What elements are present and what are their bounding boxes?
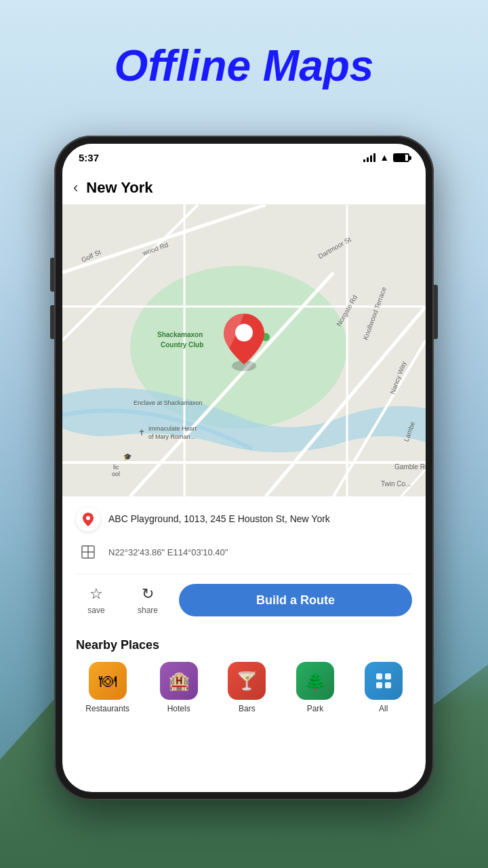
wifi-icon: ▲ — [380, 152, 389, 163]
app-title: Offline Maps — [0, 41, 488, 91]
phone-frame: 5:37 ▲ ‹ New York — [54, 136, 434, 800]
svg-rect-38 — [385, 673, 391, 679]
svg-text:Gamble Rd: Gamble Rd — [394, 463, 426, 471]
location-pin-icon — [76, 507, 100, 532]
share-button[interactable]: ↻ share — [127, 585, 168, 615]
save-button[interactable]: ☆ save — [76, 585, 117, 615]
page-title: New York — [86, 179, 152, 197]
svg-text:✝: ✝ — [138, 428, 145, 437]
share-label: share — [138, 606, 158, 615]
svg-rect-37 — [376, 673, 382, 679]
svg-text:🎓: 🎓 — [123, 452, 132, 461]
phone-screen: 5:37 ▲ ‹ New York — [62, 144, 426, 792]
restaurants-label: Restaurants — [85, 704, 129, 713]
signal-icon — [363, 153, 375, 162]
all-icon — [365, 662, 403, 700]
share-icon: ↻ — [142, 585, 154, 603]
coordinates-text: N22°32'43.86" E114°03'10.40" — [108, 547, 228, 557]
svg-text:Twin Co...: Twin Co... — [381, 480, 411, 488]
map-pin — [220, 311, 268, 368]
svg-text:of Mary Roman...: of Mary Roman... — [148, 433, 195, 440]
svg-text:Country Club: Country Club — [161, 341, 203, 349]
coordinates-icon — [76, 540, 100, 564]
park-icon: 🌲 — [296, 662, 334, 700]
side-btn-volume-up — [50, 258, 54, 292]
svg-text:ool: ool — [112, 471, 120, 477]
status-bar: 5:37 ▲ — [62, 144, 426, 171]
bars-icon: 🍸 — [228, 662, 266, 700]
status-time: 5:37 — [79, 152, 99, 163]
side-btn-volume-down — [50, 305, 54, 339]
nearby-title: Nearby Places — [76, 638, 412, 652]
all-label: All — [379, 704, 388, 713]
nearby-section: Nearby Places 🍽 Restaurants 🏨 Hotels — [62, 627, 426, 722]
side-btn-power — [434, 285, 438, 339]
category-park[interactable]: 🌲 Park — [296, 662, 334, 713]
category-restaurants[interactable]: 🍽 Restaurants — [85, 662, 129, 713]
svg-rect-40 — [385, 682, 391, 688]
svg-text:Immaculate Heart: Immaculate Heart — [148, 425, 197, 432]
status-icons: ▲ — [363, 152, 409, 163]
info-panel: ABC Playground, 1013, 245 E Houston St, … — [62, 496, 426, 627]
actions-row: ☆ save ↻ share Build a Route — [76, 584, 412, 616]
header: ‹ New York — [62, 171, 426, 205]
nearby-categories: 🍽 Restaurants 🏨 Hotels 🍸 Bars — [76, 662, 412, 713]
park-label: Park — [307, 704, 324, 713]
location-address: ABC Playground, 1013, 245 E Houston St, … — [108, 513, 330, 526]
category-bars[interactable]: 🍸 Bars — [228, 662, 266, 713]
svg-point-33 — [86, 516, 90, 520]
hotels-label: Hotels — [167, 704, 190, 713]
hotels-icon: 🏨 — [160, 662, 198, 700]
back-button[interactable]: ‹ — [73, 179, 78, 197]
bars-label: Bars — [239, 704, 256, 713]
restaurants-icon: 🍽 — [89, 662, 127, 700]
category-hotels[interactable]: 🏨 Hotels — [160, 662, 198, 713]
svg-text:lic: lic — [113, 464, 119, 471]
build-route-button[interactable]: Build a Route — [179, 584, 412, 616]
svg-text:Shackamaxon: Shackamaxon — [157, 331, 203, 338]
address-row: ABC Playground, 1013, 245 E Houston St, … — [76, 507, 412, 532]
map-container[interactable]: Golf St wood Rd Dartmoor St Norgate Rd K… — [62, 205, 426, 496]
save-icon: ☆ — [89, 585, 103, 603]
battery-icon — [393, 153, 409, 162]
save-label: save — [87, 606, 104, 615]
category-all[interactable]: All — [365, 662, 403, 713]
svg-text:Enclave at Shackamaxon: Enclave at Shackamaxon — [134, 399, 203, 406]
svg-rect-39 — [376, 682, 382, 688]
build-route-label: Build a Route — [256, 593, 335, 608]
coordinates-row: N22°32'43.86" E114°03'10.40" — [76, 540, 412, 574]
svg-point-32 — [235, 324, 253, 342]
